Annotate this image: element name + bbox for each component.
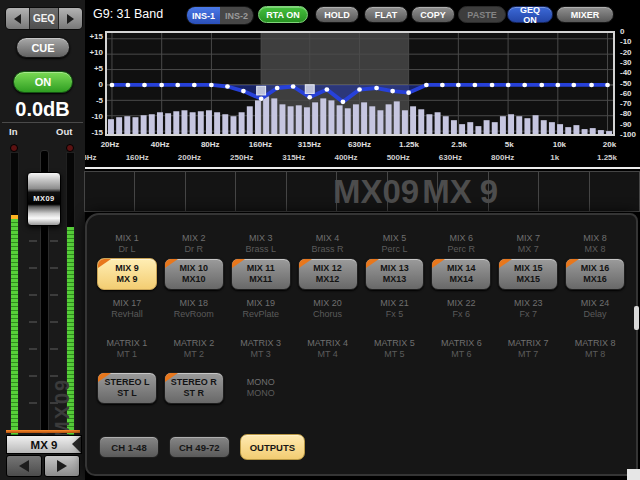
corner-wedge-icon [499, 259, 512, 268]
tick-label: -10 [84, 112, 103, 121]
mixer-button[interactable]: MIXER [556, 6, 614, 23]
channel-label-mix-18: MIX 18RevRoom [164, 295, 224, 323]
channel-label-mix-17: MIX 17RevHall [97, 295, 157, 323]
channel-prev-button[interactable] [6, 455, 42, 477]
channel-button-mix-9[interactable]: MIX 9MX 9 [97, 258, 157, 290]
channel-label-mix-21: MIX 21Fx 5 [365, 295, 425, 323]
channel-button-mix-15[interactable]: MIX 15MX15 [498, 258, 558, 290]
channel-l1: MIX 11 [247, 263, 275, 274]
channel-next-button[interactable] [44, 455, 80, 477]
channel-label-matrix-3: MATRIX 3MT 3 [231, 335, 291, 363]
channel-l1: MIX 6 [450, 233, 474, 244]
tick-label: 315Hz [298, 140, 321, 149]
channel-l2: MX 9 [116, 274, 137, 285]
channel-label-matrix-7: MATRIX 7MT 7 [498, 335, 558, 363]
geq-screen: GEQ CUE ON 0.0dB In Out MX09 MX09 MX 9 [0, 0, 640, 480]
tick-label: -20 [620, 48, 632, 57]
tick-label: 0 [620, 27, 624, 36]
channel-button-mix-11[interactable]: MIX 11MX11 [231, 258, 291, 290]
big-channel-name: MX [422, 171, 472, 212]
input-level-meter [10, 152, 19, 436]
right-arrow-icon [67, 14, 74, 24]
channel-button-mix-14[interactable]: MIX 14MX14 [431, 258, 491, 290]
channel-button-stereo-l[interactable]: STEREO LST L [97, 372, 157, 404]
selected-channel-sidebar: GEQ CUE ON 0.0dB In Out MX09 MX09 MX 9 [0, 0, 86, 480]
tick-label: 200Hz [178, 153, 201, 162]
rta-on-button[interactable]: RTA ON [258, 6, 308, 23]
geq-on-button[interactable]: GEQ ON [507, 6, 553, 23]
channel-label-mix-3: MIX 3Brass L [231, 230, 291, 258]
channel-l2: Brass R [312, 244, 344, 255]
paste-button[interactable]: PASTE [458, 6, 506, 23]
channel-button-stereo-r[interactable]: STEREO RST R [164, 372, 224, 404]
channel-l1: MIX 16 [581, 263, 610, 274]
tick-label: -10 [620, 37, 632, 46]
tab-ch-49-72[interactable]: CH 49-72 [169, 436, 230, 458]
channel-on-button[interactable]: ON [13, 71, 73, 93]
channel-l1: MIX 1 [115, 233, 139, 244]
tick-label: 40Hz [151, 140, 170, 149]
channel-l1: MIX 8 [583, 233, 607, 244]
name-cell [84, 171, 135, 212]
input-meter-peak-segment [11, 215, 18, 219]
geq-rta-graph[interactable] [105, 31, 615, 136]
channel-name-plate[interactable]: MX 9 [6, 435, 82, 454]
channel-button-mix-13[interactable]: MIX 13MX13 [365, 258, 425, 290]
channel-l1: MIX 4 [316, 233, 340, 244]
tick-label: 125Hz [85, 153, 97, 162]
fader-gain-readout: 0.0dB [0, 98, 85, 121]
geq-prev-button[interactable] [6, 8, 29, 29]
tick-label: 400Hz [334, 153, 357, 162]
channel-label-matrix-6: MATRIX 6MT 6 [431, 335, 491, 363]
tick-label: -5 [84, 96, 103, 105]
channel-l2: Fx 5 [386, 309, 404, 320]
tick-label: -50 [620, 79, 632, 88]
hold-button[interactable]: HOLD [315, 6, 359, 23]
cue-button[interactable]: CUE [16, 37, 70, 58]
channel-button-mix-12[interactable]: MIX 12MX12 [298, 258, 358, 290]
channel-l1: MIX 5 [383, 233, 407, 244]
copy-button[interactable]: COPY [411, 6, 455, 23]
name-cell [134, 171, 185, 212]
channel-l2: ST R [184, 388, 205, 399]
tick-label: 20Hz [101, 140, 120, 149]
channel-select-tabs: CH 1-48CH 49-72OUTPUTS [99, 434, 305, 460]
channel-l1: MIX 3 [249, 233, 273, 244]
geq-next-button[interactable] [59, 8, 82, 29]
flat-button[interactable]: FLAT [364, 6, 408, 23]
channel-button-mix-16[interactable]: MIX 16MX16 [565, 258, 625, 290]
channel-button-mix-10[interactable]: MIX 10MX10 [164, 258, 224, 290]
channel-l1: MIX 20 [313, 298, 342, 309]
channel-l1: MATRIX 3 [240, 338, 281, 349]
channel-l2: Perc L [381, 244, 407, 255]
name-cell [589, 171, 640, 212]
tick-label: -70 [620, 99, 632, 108]
meter-in-label: In [9, 126, 17, 137]
tab-outputs[interactable]: OUTPUTS [240, 434, 305, 460]
rta-axis-labels: 0-10-20-30-40-50-60-70-80-90-100 [618, 0, 640, 145]
channel-l1: STEREO L [104, 377, 149, 388]
corner-wedge-icon [232, 259, 245, 268]
tab-ins-2[interactable]: INS-2 [220, 7, 253, 24]
channel-l2: MT 7 [518, 349, 538, 360]
fader-tick [29, 402, 37, 404]
channel-l2: Fx 6 [453, 309, 471, 320]
tick-label: -30 [620, 58, 632, 67]
channel-l2: MX12 [316, 274, 340, 285]
tab-ins-1[interactable]: INS-1 [187, 7, 220, 24]
tick-label: 20k [603, 140, 616, 149]
tick-label: +10 [84, 48, 103, 57]
tick-label: 315Hz [282, 153, 305, 162]
channel-l2: MX16 [583, 274, 607, 285]
tick-label: 1k [550, 153, 559, 162]
geq-rta-plot[interactable] [107, 33, 613, 134]
channel-label-mix-23: MIX 23Fx 7 [498, 295, 558, 323]
tick-label: 800Hz [491, 153, 514, 162]
channel-l1: MIX 23 [514, 298, 543, 309]
fader-knob[interactable]: MX09 [27, 172, 61, 226]
channel-label-mix-24: MIX 24Delay [565, 295, 625, 323]
channel-l1: MIX 18 [180, 298, 209, 309]
left-arrow-icon [19, 460, 29, 472]
tab-ch-1-48[interactable]: CH 1-48 [99, 436, 159, 458]
channel-l2: Delay [584, 309, 607, 320]
